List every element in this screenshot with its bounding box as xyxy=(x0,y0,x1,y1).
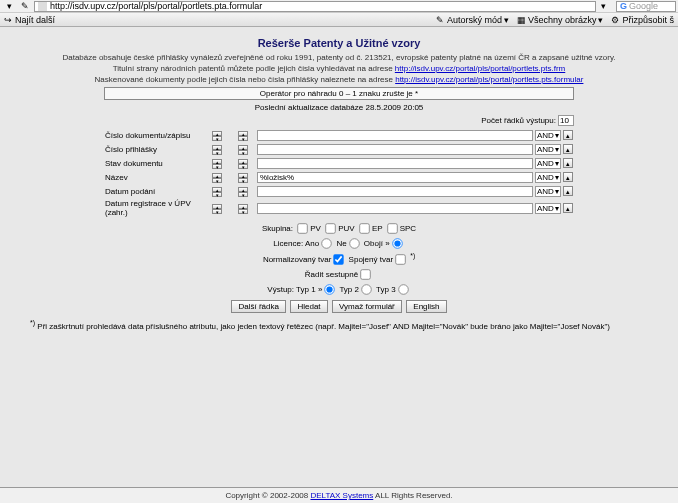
chevron-down-icon: ▾ xyxy=(555,131,559,140)
chevron-down-icon: ▾ xyxy=(598,15,603,25)
url-input[interactable]: http://isdv.upv.cz/portal/pls/portal/por… xyxy=(34,1,596,12)
google-icon: G xyxy=(620,1,627,11)
search-form: Počet řádků výstupu: Číslo dokumentu/záp… xyxy=(104,115,574,313)
move-down-icon[interactable]: ▾ xyxy=(238,150,248,155)
expand-icon[interactable]: ▴ xyxy=(563,130,573,140)
page-title: Rešerše Patenty a Užitné vzory xyxy=(20,37,658,49)
vsechny-obrazky-button[interactable]: ▦ Všechny obrázky ▾ xyxy=(517,15,604,25)
hledat-button[interactable]: Hledat xyxy=(290,300,327,313)
nav-dropdown[interactable]: ▾ xyxy=(2,1,16,12)
vystup-row: Výstup: Typ 1 » Typ 2 Typ 3 xyxy=(104,283,574,296)
field-label: Název xyxy=(104,170,204,184)
description-2: Titulní strany národních patentů můžete … xyxy=(20,64,658,73)
checkbox-normalizovany[interactable] xyxy=(334,254,344,264)
checkbox-spojeny[interactable] xyxy=(395,254,405,264)
field-label: Datum podání xyxy=(104,184,204,198)
english-button[interactable]: English xyxy=(406,300,446,313)
edit-icon[interactable]: ✎ xyxy=(18,1,32,12)
move-down-icon[interactable]: ▾ xyxy=(238,209,248,214)
criteria-row: Datum podání▴▾▴▾AND▾▴ xyxy=(104,184,574,198)
radio-typ2[interactable] xyxy=(361,284,371,294)
operator-select[interactable]: AND▾ xyxy=(535,203,561,214)
field-label: Datum registrace v ÚPV (zahr.) xyxy=(104,198,204,218)
najit-dalsi-button[interactable]: ↪ Najít další xyxy=(4,15,55,25)
footnote: *) Při zaškrtnutí prohledává data příslu… xyxy=(20,319,658,331)
operator-select[interactable]: AND▾ xyxy=(535,172,561,183)
move-down-icon[interactable]: ▾ xyxy=(238,192,248,197)
sort-down-icon[interactable]: ▾ xyxy=(212,192,222,197)
autorsky-label: Autorský mód xyxy=(447,15,502,25)
chevron-down-icon: ▾ xyxy=(504,15,509,25)
prizpusobit-button[interactable]: ⚙ Přizpůsobit š xyxy=(611,15,674,25)
output-count-row: Počet řádků výstupu: xyxy=(104,115,574,126)
autorsky-mod-button[interactable]: ✎ Autorský mód ▾ xyxy=(436,15,509,25)
footer-link[interactable]: DELTAX Systems xyxy=(310,491,373,500)
expand-icon[interactable]: ▴ xyxy=(563,158,573,168)
link-pts-frm[interactable]: http://isdv.upv.cz/portal/pls/portal/por… xyxy=(395,64,565,73)
chevron-down-icon: ▾ xyxy=(555,204,559,213)
skupina-row: Skupina: PV PUV EP SPC xyxy=(104,222,574,235)
browser-address-bar: ▾ ✎ http://isdv.upv.cz/portal/pls/portal… xyxy=(0,0,678,13)
criteria-table: Číslo dokumentu/zápisu▴▾▴▾AND▾▴Číslo při… xyxy=(104,128,574,218)
criteria-input[interactable] xyxy=(257,130,533,141)
url-text: http://isdv.upv.cz/portal/pls/portal/por… xyxy=(50,1,262,11)
criteria-input[interactable] xyxy=(257,203,533,214)
radio-licence-ne[interactable] xyxy=(349,238,359,248)
licence-label: Licence: xyxy=(273,239,303,248)
radio-licence-oboje[interactable] xyxy=(392,238,402,248)
link-pts-formular[interactable]: http://isdv.upv.cz/portal/pls/portal/por… xyxy=(395,75,583,84)
arrow-icon: ↪ xyxy=(4,15,13,24)
page-toolbar: ↪ Najít další ✎ Autorský mód ▾ ▦ Všechny… xyxy=(0,13,678,27)
criteria-row: Datum registrace v ÚPV (zahr.)▴▾▴▾AND▾▴ xyxy=(104,198,574,218)
sort-down-icon[interactable]: ▾ xyxy=(212,164,222,169)
checkbox-spc[interactable] xyxy=(387,223,397,233)
expand-icon[interactable]: ▴ xyxy=(563,172,573,182)
operator-select[interactable]: AND▾ xyxy=(535,158,561,169)
sort-down-icon[interactable]: ▾ xyxy=(212,178,222,183)
count-input[interactable] xyxy=(558,115,574,126)
criteria-input[interactable] xyxy=(257,172,533,183)
expand-icon[interactable]: ▴ xyxy=(563,186,573,196)
options-block: Skupina: PV PUV EP SPC Licence: Ano Ne O… xyxy=(104,222,574,296)
chevron-down-icon: ▾ xyxy=(555,159,559,168)
radio-licence-ano[interactable] xyxy=(321,238,331,248)
dropdown-icon[interactable]: ▾ xyxy=(596,1,610,12)
move-down-icon[interactable]: ▾ xyxy=(238,178,248,183)
licence-row: Licence: Ano Ne Obojí » xyxy=(104,237,574,250)
criteria-input[interactable] xyxy=(257,144,533,155)
checkbox-puv[interactable] xyxy=(325,223,335,233)
move-down-icon[interactable]: ▾ xyxy=(238,136,248,141)
expand-icon[interactable]: ▴ xyxy=(563,144,573,154)
field-label: Číslo přihlášky xyxy=(104,142,204,156)
radit-row: Řadit sestupně xyxy=(104,268,574,281)
sort-down-icon[interactable]: ▾ xyxy=(212,150,222,155)
radio-typ1[interactable] xyxy=(325,284,335,294)
sort-down-icon[interactable]: ▾ xyxy=(212,209,222,214)
count-label: Počet řádků výstupu: xyxy=(481,116,556,125)
checkbox-ep[interactable] xyxy=(359,223,369,233)
criteria-row: Číslo přihlášky▴▾▴▾AND▾▴ xyxy=(104,142,574,156)
vymaz-formular-button[interactable]: Vymaž formulář xyxy=(332,300,402,313)
operator-select[interactable]: AND▾ xyxy=(535,130,561,141)
checkbox-radit-sestupne[interactable] xyxy=(360,269,370,279)
page-footer: Copyright © 2002-2008 DELTAX Systems ALL… xyxy=(0,487,678,503)
main-content: Rešerše Patenty a Užitné vzory Databáze … xyxy=(0,27,678,341)
field-label: Stav dokumentu xyxy=(104,156,204,170)
field-label: Číslo dokumentu/zápisu xyxy=(104,128,204,142)
operator-select[interactable]: AND▾ xyxy=(535,186,561,197)
checkbox-pv[interactable] xyxy=(298,223,308,233)
criteria-input[interactable] xyxy=(257,158,533,169)
browser-search[interactable]: G Google xyxy=(616,1,676,12)
operator-hint: Operátor pro náhradu 0 – 1 znaku zrušte … xyxy=(104,87,574,100)
sort-down-icon[interactable]: ▾ xyxy=(212,136,222,141)
criteria-input[interactable] xyxy=(257,186,533,197)
button-row: Další řádka Hledat Vymaž formulář Englis… xyxy=(104,300,574,313)
dalsi-radka-button[interactable]: Další řádka xyxy=(231,300,285,313)
image-icon: ▦ xyxy=(517,15,526,24)
description-1: Databáze obsahuje české přihlášky vynále… xyxy=(20,53,658,62)
radio-typ3[interactable] xyxy=(398,284,408,294)
move-down-icon[interactable]: ▾ xyxy=(238,164,248,169)
expand-icon[interactable]: ▴ xyxy=(563,203,573,213)
skupina-label: Skupina: xyxy=(262,224,293,233)
operator-select[interactable]: AND▾ xyxy=(535,144,561,155)
